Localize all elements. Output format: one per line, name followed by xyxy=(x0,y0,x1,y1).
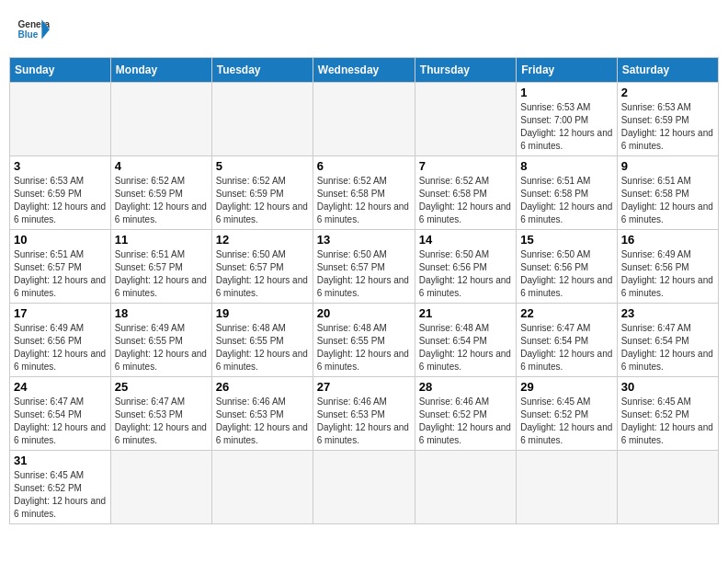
weekday-header-saturday: Saturday xyxy=(617,58,718,83)
day-number: 29 xyxy=(520,380,612,394)
calendar-cell: 2Sunrise: 6:53 AM Sunset: 6:59 PM Daylig… xyxy=(617,83,718,156)
day-number: 24 xyxy=(14,380,107,394)
calendar-cell: 13Sunrise: 6:50 AM Sunset: 6:57 PM Dayli… xyxy=(313,230,415,304)
day-detail: Sunrise: 6:46 AM Sunset: 6:52 PM Dayligh… xyxy=(419,396,512,447)
day-number: 14 xyxy=(419,233,512,247)
calendar-cell: 15Sunrise: 6:50 AM Sunset: 6:56 PM Dayli… xyxy=(517,230,617,304)
calendar-cell: 29Sunrise: 6:45 AM Sunset: 6:52 PM Dayli… xyxy=(517,377,617,451)
calendar-cell xyxy=(415,451,516,524)
calendar-cell: 11Sunrise: 6:51 AM Sunset: 6:57 PM Dayli… xyxy=(110,230,211,304)
day-number: 1 xyxy=(520,86,612,99)
day-detail: Sunrise: 6:51 AM Sunset: 6:57 PM Dayligh… xyxy=(115,248,208,300)
day-number: 20 xyxy=(317,306,411,320)
day-number: 17 xyxy=(14,306,107,320)
day-detail: Sunrise: 6:47 AM Sunset: 6:53 PM Dayligh… xyxy=(115,396,208,447)
calendar-cell: 31Sunrise: 6:45 AM Sunset: 6:52 PM Dayli… xyxy=(10,451,111,524)
calendar-cell: 23Sunrise: 6:47 AM Sunset: 6:54 PM Dayli… xyxy=(617,304,718,377)
calendar-cell: 1Sunrise: 6:53 AM Sunset: 7:00 PM Daylig… xyxy=(517,83,617,156)
day-detail: Sunrise: 6:48 AM Sunset: 6:54 PM Dayligh… xyxy=(419,322,512,373)
weekday-header-tuesday: Tuesday xyxy=(211,58,313,83)
calendar-cell: 27Sunrise: 6:46 AM Sunset: 6:53 PM Dayli… xyxy=(313,377,415,451)
calendar-cell xyxy=(110,83,211,156)
day-number: 26 xyxy=(216,380,309,394)
day-number: 2 xyxy=(621,86,714,99)
calendar-cell xyxy=(313,451,415,524)
day-number: 13 xyxy=(317,233,411,247)
weekday-header-monday: Monday xyxy=(110,58,211,83)
day-detail: Sunrise: 6:53 AM Sunset: 6:59 PM Dayligh… xyxy=(14,175,107,226)
calendar-week-5: 24Sunrise: 6:47 AM Sunset: 6:54 PM Dayli… xyxy=(10,377,719,451)
day-number: 16 xyxy=(621,233,714,247)
calendar-cell: 17Sunrise: 6:49 AM Sunset: 6:56 PM Dayli… xyxy=(10,304,111,377)
weekday-header-thursday: Thursday xyxy=(415,58,516,83)
day-detail: Sunrise: 6:46 AM Sunset: 6:53 PM Dayligh… xyxy=(317,396,411,447)
day-detail: Sunrise: 6:51 AM Sunset: 6:58 PM Dayligh… xyxy=(621,175,714,226)
calendar-cell: 6Sunrise: 6:52 AM Sunset: 6:58 PM Daylig… xyxy=(313,156,415,230)
calendar-cell: 14Sunrise: 6:50 AM Sunset: 6:56 PM Dayli… xyxy=(415,230,516,304)
day-detail: Sunrise: 6:52 AM Sunset: 6:58 PM Dayligh… xyxy=(419,175,512,226)
calendar-table: SundayMondayTuesdayWednesdayThursdayFrid… xyxy=(9,57,719,524)
calendar-cell: 26Sunrise: 6:46 AM Sunset: 6:53 PM Dayli… xyxy=(211,377,313,451)
calendar-cell: 25Sunrise: 6:47 AM Sunset: 6:53 PM Dayli… xyxy=(110,377,211,451)
day-number: 6 xyxy=(317,159,411,173)
calendar-cell: 8Sunrise: 6:51 AM Sunset: 6:58 PM Daylig… xyxy=(517,156,617,230)
day-number: 3 xyxy=(14,159,107,173)
day-detail: Sunrise: 6:48 AM Sunset: 6:55 PM Dayligh… xyxy=(216,322,309,373)
logo: General Blue xyxy=(17,13,50,46)
calendar-cell xyxy=(211,451,313,524)
svg-text:Blue: Blue xyxy=(17,29,38,40)
day-detail: Sunrise: 6:52 AM Sunset: 6:59 PM Dayligh… xyxy=(115,175,208,226)
calendar-cell xyxy=(110,451,211,524)
calendar-cell: 9Sunrise: 6:51 AM Sunset: 6:58 PM Daylig… xyxy=(617,156,718,230)
day-number: 5 xyxy=(216,159,309,173)
day-number: 11 xyxy=(115,233,208,247)
calendar-cell xyxy=(313,83,415,156)
day-number: 19 xyxy=(216,306,309,320)
day-number: 28 xyxy=(419,380,512,394)
day-detail: Sunrise: 6:48 AM Sunset: 6:55 PM Dayligh… xyxy=(317,322,411,373)
weekday-header-wednesday: Wednesday xyxy=(313,58,415,83)
day-number: 27 xyxy=(317,380,411,394)
day-number: 30 xyxy=(621,380,714,394)
calendar-cell: 18Sunrise: 6:49 AM Sunset: 6:55 PM Dayli… xyxy=(110,304,211,377)
day-detail: Sunrise: 6:52 AM Sunset: 6:59 PM Dayligh… xyxy=(216,175,309,226)
calendar-cell xyxy=(10,83,111,156)
day-number: 8 xyxy=(520,159,612,173)
weekday-header-friday: Friday xyxy=(517,58,617,83)
weekday-header-sunday: Sunday xyxy=(10,58,111,83)
day-number: 22 xyxy=(520,306,612,320)
calendar-cell: 16Sunrise: 6:49 AM Sunset: 6:56 PM Dayli… xyxy=(617,230,718,304)
day-number: 18 xyxy=(115,306,208,320)
calendar-cell: 21Sunrise: 6:48 AM Sunset: 6:54 PM Dayli… xyxy=(415,304,516,377)
header: General Blue xyxy=(9,9,719,50)
calendar-week-2: 3Sunrise: 6:53 AM Sunset: 6:59 PM Daylig… xyxy=(10,156,719,230)
calendar-cell: 10Sunrise: 6:51 AM Sunset: 6:57 PM Dayli… xyxy=(10,230,111,304)
calendar-cell: 3Sunrise: 6:53 AM Sunset: 6:59 PM Daylig… xyxy=(10,156,111,230)
day-detail: Sunrise: 6:53 AM Sunset: 7:00 PM Dayligh… xyxy=(520,101,612,153)
day-detail: Sunrise: 6:49 AM Sunset: 6:56 PM Dayligh… xyxy=(621,248,714,300)
logo-icon: General Blue xyxy=(17,13,50,46)
calendar-cell xyxy=(211,83,313,156)
calendar-cell xyxy=(415,83,516,156)
day-detail: Sunrise: 6:47 AM Sunset: 6:54 PM Dayligh… xyxy=(520,322,612,373)
calendar-cell: 12Sunrise: 6:50 AM Sunset: 6:57 PM Dayli… xyxy=(211,230,313,304)
calendar-cell: 22Sunrise: 6:47 AM Sunset: 6:54 PM Dayli… xyxy=(517,304,617,377)
day-detail: Sunrise: 6:47 AM Sunset: 6:54 PM Dayligh… xyxy=(14,396,107,447)
day-detail: Sunrise: 6:45 AM Sunset: 6:52 PM Dayligh… xyxy=(520,396,612,447)
day-number: 12 xyxy=(216,233,309,247)
weekday-header-row: SundayMondayTuesdayWednesdayThursdayFrid… xyxy=(10,58,719,83)
calendar-cell: 4Sunrise: 6:52 AM Sunset: 6:59 PM Daylig… xyxy=(110,156,211,230)
day-detail: Sunrise: 6:46 AM Sunset: 6:53 PM Dayligh… xyxy=(216,396,309,447)
day-detail: Sunrise: 6:51 AM Sunset: 6:58 PM Dayligh… xyxy=(520,175,612,226)
day-detail: Sunrise: 6:53 AM Sunset: 6:59 PM Dayligh… xyxy=(621,101,714,153)
calendar-cell: 19Sunrise: 6:48 AM Sunset: 6:55 PM Dayli… xyxy=(211,304,313,377)
calendar-cell: 20Sunrise: 6:48 AM Sunset: 6:55 PM Dayli… xyxy=(313,304,415,377)
day-number: 23 xyxy=(621,306,714,320)
day-number: 9 xyxy=(621,159,714,173)
calendar-cell xyxy=(517,451,617,524)
calendar-week-4: 17Sunrise: 6:49 AM Sunset: 6:56 PM Dayli… xyxy=(10,304,719,377)
day-detail: Sunrise: 6:50 AM Sunset: 6:56 PM Dayligh… xyxy=(419,248,512,300)
calendar-cell: 30Sunrise: 6:45 AM Sunset: 6:52 PM Dayli… xyxy=(617,377,718,451)
day-detail: Sunrise: 6:52 AM Sunset: 6:58 PM Dayligh… xyxy=(317,175,411,226)
day-detail: Sunrise: 6:49 AM Sunset: 6:56 PM Dayligh… xyxy=(14,322,107,373)
